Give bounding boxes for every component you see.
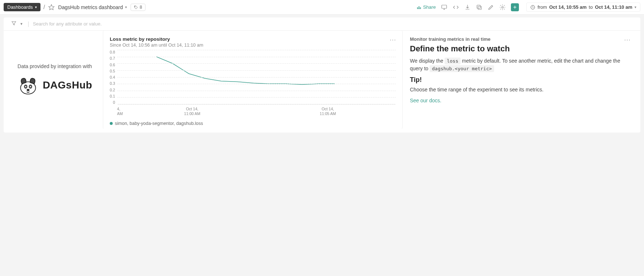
clock-icon [530, 5, 535, 10]
x-axis: 4,AMOct 14,11:00 AMOct 14,11:05 AM [110, 107, 396, 116]
help-paragraph: We display the loss metric by default. T… [410, 57, 630, 72]
chart-legend: simon, baby-yoda-segmentor, dagshub.loss [110, 121, 396, 126]
time-range-picker[interactable]: from Oct 14, 10:55 am to Oct 14, 11:10 a… [526, 3, 640, 12]
chevron-down-icon: ▾ [35, 5, 37, 9]
chevron-down-icon[interactable]: ▾ [20, 21, 23, 26]
star-icon[interactable] [48, 4, 55, 11]
help-text: We display the [410, 58, 445, 64]
share-button[interactable]: Share [416, 4, 436, 10]
panels-row: Data provided by integration with DAGsHu… [4, 31, 640, 133]
tip-body: Choose the time range of the experiment … [410, 86, 630, 94]
dagshub-wordmark: DAGsHub [43, 79, 92, 91]
svg-point-11 [30, 86, 31, 87]
code-loss: loss [445, 58, 460, 64]
chart-title: Loss metric by repository [110, 36, 396, 42]
integration-text: Data provided by integration with [18, 63, 92, 69]
search-input[interactable] [33, 21, 633, 27]
gear-icon[interactable] [499, 4, 506, 11]
svg-marker-0 [49, 4, 54, 9]
y-tick: 0.4 [110, 75, 115, 79]
time-from: Oct 14, 10:55 am [549, 4, 587, 10]
chevron-down-icon: ▾ [125, 5, 127, 9]
y-tick: 0.1 [110, 94, 115, 98]
share-label: Share [423, 4, 436, 10]
legend-label: simon, baby-yoda-segmentor, dagshub.loss [115, 121, 203, 126]
x-tick: Oct 14,11:05 AM [260, 107, 396, 116]
dashboard-name: DagsHub metrics dashboard [58, 4, 123, 10]
integration-panel: Data provided by integration with DAGsHu… [7, 31, 102, 129]
chevron-down-icon: ▾ [635, 5, 636, 9]
plus-icon: + [513, 4, 516, 11]
help-eyebrow: Monitor training metrics in real time [410, 36, 630, 42]
chart-panel: ⋯ Loss metric by repository Since Oct 14… [103, 31, 403, 129]
y-tick: 0.6 [110, 63, 115, 67]
dashboards-dropdown[interactable]: Dashboards ▾ [4, 3, 40, 11]
svg-rect-3 [478, 6, 481, 9]
tip-heading: Tip! [410, 76, 630, 84]
topbar: Dashboards ▾ / DagsHub metrics dashboard… [0, 0, 644, 15]
time-to-word: to [589, 4, 593, 10]
svg-rect-2 [442, 5, 447, 8]
topbar-actions: Share + [416, 3, 519, 11]
svg-point-12 [27, 89, 30, 91]
time-to: Oct 14, 11:10 am [595, 4, 632, 10]
share-icon [416, 5, 422, 10]
svg-point-5 [502, 6, 504, 8]
panel-menu-icon[interactable]: ⋯ [624, 36, 631, 44]
legend-dot-icon [110, 122, 113, 125]
dagshub-dog-icon [17, 74, 39, 96]
filter-bar: ▾ | [4, 17, 640, 31]
y-tick: 0 [113, 100, 115, 105]
code-metric-template: dagshub.<your metric> [430, 65, 494, 72]
dagshub-logo: DAGsHub [17, 74, 92, 96]
copy-icon[interactable] [476, 4, 482, 11]
tag-icon [134, 5, 138, 9]
add-panel-button[interactable]: + [511, 3, 519, 11]
dashboard-name-dropdown[interactable]: DagsHub metrics dashboard ▾ [58, 4, 127, 10]
chart-area: 0.80.70.60.50.40.30.20.10 [110, 50, 396, 105]
breadcrumb-separator: / [43, 4, 45, 11]
y-tick: 0.7 [110, 56, 115, 60]
y-tick: 0.8 [110, 50, 115, 54]
tag-count: 8 [140, 5, 142, 10]
filter-icon[interactable] [11, 20, 17, 28]
download-icon[interactable] [464, 4, 471, 11]
tag-count-badge[interactable]: 8 [131, 4, 146, 11]
monitor-icon[interactable] [441, 4, 447, 11]
svg-rect-4 [477, 5, 480, 8]
x-tick: Oct 14,11:00 AM [124, 107, 260, 116]
y-axis: 0.80.70.60.50.40.30.20.10 [110, 50, 117, 105]
panel-menu-icon[interactable]: ⋯ [389, 36, 396, 44]
dashboards-label: Dashboards [7, 4, 33, 10]
edit-icon[interactable] [488, 4, 494, 11]
help-panel: ⋯ Monitor training metrics in real time … [403, 31, 637, 129]
svg-point-1 [135, 6, 135, 7]
docs-link[interactable]: See our docs. [410, 98, 441, 103]
y-tick: 0.3 [110, 81, 115, 86]
y-tick: 0.2 [110, 88, 115, 92]
svg-point-10 [25, 86, 27, 87]
y-tick: 0.5 [110, 69, 115, 73]
help-heading: Define the metric to watch [410, 44, 630, 54]
chart-subtitle: Since Oct 14, 10:56 am until Oct 14, 11:… [110, 43, 396, 48]
plot-area[interactable] [117, 50, 396, 105]
x-tick: 4,AM [117, 107, 124, 116]
code-icon[interactable] [453, 4, 459, 11]
time-prefix: from [538, 4, 547, 10]
